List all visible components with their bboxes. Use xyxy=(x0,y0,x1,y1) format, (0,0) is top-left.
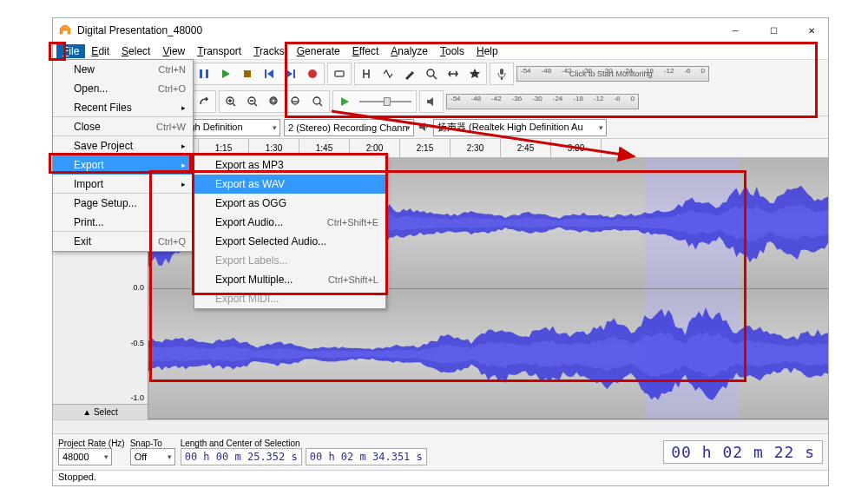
export-submenu-popup: Export as MP3Export as WAVExport as OGGE… xyxy=(194,155,386,309)
menu-select[interactable]: Select xyxy=(115,44,156,58)
menu-item-ogg[interactable]: Export as OGG xyxy=(194,194,385,213)
window-title: Digital Presentation_48000 xyxy=(77,24,724,36)
menu-item-wav[interactable]: Export as WAV xyxy=(194,175,385,194)
zoom-toggle-button[interactable] xyxy=(307,92,328,111)
titlebar: Digital Presentation_48000 ─ ☐ ✕ xyxy=(53,18,828,43)
playback-meter[interactable]: -54-48-42-36-30-24-18-12-60 xyxy=(446,94,639,109)
svg-rect-9 xyxy=(335,71,344,76)
menu-item-new[interactable]: NewCtrl+N xyxy=(53,60,193,79)
play-button[interactable] xyxy=(215,64,236,83)
svg-rect-3 xyxy=(244,70,251,77)
draw-tool[interactable] xyxy=(399,64,420,83)
svg-marker-33 xyxy=(419,122,425,131)
horizontal-scrollbar[interactable] xyxy=(53,419,828,433)
menu-item-midi: Export MIDI... xyxy=(194,289,385,308)
zoom-fit-button[interactable] xyxy=(286,92,306,111)
svg-point-28 xyxy=(292,97,299,104)
zoom-tool[interactable] xyxy=(421,64,442,83)
menu-item-labels: Export Labels... xyxy=(194,251,385,270)
status-bar: Stopped. xyxy=(53,470,828,485)
speaker-device-icon xyxy=(418,121,430,135)
menu-item-audio[interactable]: Export Audio...Ctrl+Shift+E xyxy=(194,213,385,232)
menu-analyze[interactable]: Analyze xyxy=(385,44,434,58)
pause-button[interactable] xyxy=(194,64,214,83)
project-rate-label: Project Rate (Hz) xyxy=(58,439,125,448)
menu-tracks[interactable]: Tracks xyxy=(247,44,291,58)
skip-start-button[interactable] xyxy=(259,64,279,83)
menu-item-close[interactable]: CloseCtrl+W xyxy=(53,117,193,136)
menu-transport[interactable]: Transport xyxy=(191,44,247,58)
snap-label: Snap-To xyxy=(130,439,175,448)
svg-marker-30 xyxy=(341,97,349,106)
svg-rect-13 xyxy=(501,77,503,80)
play-device-dropdown[interactable]: 扬声器 (Realtek High Definition Au xyxy=(433,119,607,136)
close-button[interactable]: ✕ xyxy=(800,22,823,39)
recording-meter[interactable]: -54-48-42-36-30-24-18-12-60 Click to Sta… xyxy=(516,66,709,82)
rec-channels-dropdown[interactable]: 2 (Stereo) Recording Chann xyxy=(284,119,414,136)
menu-effect[interactable]: Effect xyxy=(346,44,385,58)
multi-tool[interactable] xyxy=(464,64,485,83)
play-at-speed-button[interactable] xyxy=(334,92,355,111)
svg-marker-11 xyxy=(470,69,480,78)
svg-rect-1 xyxy=(206,69,208,78)
svg-marker-5 xyxy=(267,69,273,78)
playback-speed-slider[interactable] xyxy=(359,96,411,108)
menu-item-open[interactable]: Open...Ctrl+O xyxy=(53,79,193,98)
zoom-out-button[interactable] xyxy=(242,92,263,111)
selection-tool[interactable] xyxy=(356,64,377,83)
menu-item-exit[interactable]: ExitCtrl+Q xyxy=(53,232,193,251)
app-icon xyxy=(58,23,72,37)
menu-item-multi[interactable]: Export Multiple...Ctrl+Shift+L xyxy=(194,270,385,289)
menu-item-import[interactable]: Import▸ xyxy=(53,175,193,194)
audio-position[interactable]: 00 h 02 m 22 s xyxy=(663,440,823,464)
menu-item-mp3[interactable]: Export as MP3 xyxy=(194,155,385,175)
menu-item-page[interactable]: Page Setup... xyxy=(53,194,193,213)
menu-file[interactable]: File xyxy=(56,44,85,58)
menu-item-export[interactable]: Export▸ xyxy=(53,155,193,175)
snap-dropdown[interactable]: Off xyxy=(130,448,175,465)
skip-end-button[interactable] xyxy=(280,64,301,83)
file-menu-popup: NewCtrl+NOpen...Ctrl+ORecent Files▸Close… xyxy=(52,59,194,252)
record-button[interactable] xyxy=(302,64,323,83)
svg-marker-2 xyxy=(222,69,230,78)
menu-item-save[interactable]: Save Project▸ xyxy=(53,136,193,155)
menu-view[interactable]: View xyxy=(156,44,191,58)
svg-rect-27 xyxy=(272,99,275,102)
envelope-tool[interactable] xyxy=(378,64,398,83)
timeshift-tool[interactable] xyxy=(443,64,464,83)
menu-edit[interactable]: Edit xyxy=(85,44,115,58)
stop-button[interactable] xyxy=(237,64,258,83)
selection-toolbar: Project Rate (Hz) 48000 Snap-To Off Leng… xyxy=(53,433,828,470)
svg-rect-4 xyxy=(265,69,266,78)
menu-generate[interactable]: Generate xyxy=(291,44,346,58)
svg-point-10 xyxy=(427,69,434,76)
svg-rect-0 xyxy=(200,69,202,78)
svg-point-8 xyxy=(308,69,317,78)
menu-tools[interactable]: Tools xyxy=(434,44,470,58)
maximize-button[interactable]: ☐ xyxy=(762,22,785,39)
redo-button[interactable] xyxy=(194,92,214,111)
selection-start[interactable]: 00 h 00 m 25.352 s xyxy=(181,448,302,465)
loop-button[interactable] xyxy=(329,64,350,83)
mic-icon xyxy=(491,64,512,83)
selection-end[interactable]: 00 h 02 m 34.351 s xyxy=(306,448,427,465)
menu-item-recent[interactable]: Recent Files▸ xyxy=(53,98,193,117)
meter-hint: Click to Start Monitoring xyxy=(569,69,653,78)
svg-marker-6 xyxy=(286,69,293,78)
menubar: FileEditSelectViewTransportTracksGenerat… xyxy=(53,43,828,60)
svg-marker-31 xyxy=(427,97,433,106)
track-select-button[interactable]: ▲ Select xyxy=(53,404,148,419)
zoom-sel-button[interactable] xyxy=(264,92,285,111)
minimize-button[interactable]: ─ xyxy=(724,22,746,39)
svg-point-26 xyxy=(270,97,277,104)
menu-item-print[interactable]: Print... xyxy=(53,213,193,232)
svg-point-29 xyxy=(313,97,320,104)
menu-item-sel[interactable]: Export Selected Audio... xyxy=(194,232,385,251)
svg-rect-7 xyxy=(293,69,295,78)
project-rate-dropdown[interactable]: 48000 xyxy=(58,448,112,465)
menu-help[interactable]: Help xyxy=(470,44,504,58)
svg-rect-12 xyxy=(500,69,503,75)
selection-label: Length and Center of Selection xyxy=(181,439,659,448)
zoom-in-button[interactable] xyxy=(220,92,241,111)
speaker-icon xyxy=(421,92,442,111)
